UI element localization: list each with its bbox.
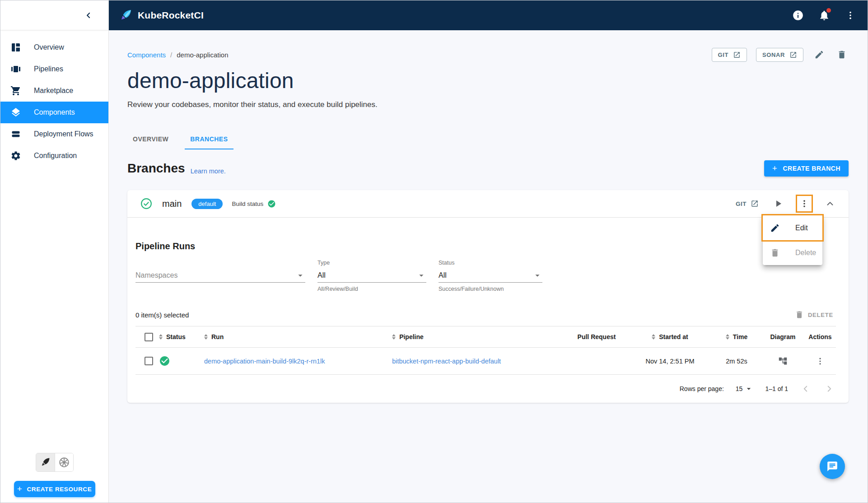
rocket-logo-icon xyxy=(119,9,132,22)
column-time[interactable]: Time xyxy=(712,333,761,340)
run-link[interactable]: demo-application-main-build-9lk2q-r-rn1l… xyxy=(204,358,325,365)
breadcrumb-separator: / xyxy=(170,51,172,59)
sidebar-item-pipelines[interactable]: Pipelines xyxy=(0,58,108,80)
column-pull-request: Pull Request xyxy=(565,333,628,340)
select-all-checkbox[interactable] xyxy=(145,333,153,341)
kebab-icon xyxy=(845,10,855,20)
delete-label: DELETE xyxy=(808,312,833,318)
overflow-menu-button[interactable] xyxy=(844,9,857,22)
brand: KubeRocketCI xyxy=(119,9,204,22)
sidebar-item-marketplace[interactable]: Marketplace xyxy=(0,80,108,102)
top-bar: KubeRocketCI xyxy=(0,0,868,30)
sidebar-item-deployment-flows[interactable]: Deployment Flows xyxy=(0,123,108,145)
rows-per-page-select[interactable]: 15 xyxy=(736,384,754,393)
dashboard-icon xyxy=(10,42,21,53)
create-resource-button[interactable]: + CREATE RESOURCE xyxy=(14,481,95,497)
pagination: Rows per page: 15 1–1 of 1 xyxy=(135,375,836,403)
tab-branches[interactable]: BRANCHES xyxy=(185,130,233,149)
sonar-link-button[interactable]: SONAR xyxy=(756,48,803,62)
create-branch-button[interactable]: + CREATE BRANCH xyxy=(764,160,849,177)
rows-per-page-label: Rows per page: xyxy=(680,385,724,392)
next-page-button[interactable] xyxy=(823,383,835,395)
row-diagram-cell xyxy=(761,354,804,368)
sidebar-item-label: Marketplace xyxy=(34,87,73,95)
branches-header-row: Branches Learn more. + CREATE BRANCH xyxy=(127,160,849,177)
rocket-icon xyxy=(40,457,51,468)
pipeline-runs-table: Status Run Pipeline Pull Request xyxy=(135,326,836,403)
sort-icon[interactable] xyxy=(204,334,208,340)
sidebar-item-components[interactable]: Components xyxy=(0,102,108,123)
type-filter: Type All All/Review/Build xyxy=(317,260,426,293)
sort-icon[interactable] xyxy=(726,334,729,340)
edit-component-button[interactable] xyxy=(812,48,826,61)
status-select[interactable]: All xyxy=(439,269,542,283)
selection-count-text: 0 item(s) selected xyxy=(135,311,189,319)
row-checkbox[interactable] xyxy=(145,357,153,365)
column-pipeline[interactable]: Pipeline xyxy=(392,333,565,340)
tabs: OVERVIEW BRANCHES xyxy=(127,130,849,149)
branch-kebab-button[interactable] xyxy=(798,196,811,211)
trash-icon xyxy=(795,310,804,319)
trigger-build-button[interactable] xyxy=(771,196,785,211)
kebab-icon xyxy=(816,357,825,366)
branch-git-link[interactable]: GIT xyxy=(736,200,759,208)
sidebar-item-label: Overview xyxy=(34,43,64,51)
menu-item-edit[interactable]: Edit xyxy=(763,215,822,240)
tab-overview[interactable]: OVERVIEW xyxy=(127,130,174,149)
info-button[interactable] xyxy=(792,9,804,22)
branches-heading: Branches xyxy=(127,161,185,176)
type-filter-label: Type xyxy=(317,260,426,269)
sidebar-item-configuration[interactable]: Configuration xyxy=(0,145,108,167)
kubernetes-view-toggle[interactable] xyxy=(55,453,73,471)
collapse-branch-button[interactable] xyxy=(823,197,837,210)
chevron-down-icon xyxy=(532,270,542,280)
rocket-view-toggle[interactable] xyxy=(36,453,55,471)
notification-badge xyxy=(826,8,831,13)
pipeline-link[interactable]: bitbucket-npm-react-app-build-default xyxy=(392,358,501,365)
chevron-down-icon xyxy=(295,270,305,280)
breadcrumb-components-link[interactable]: Components xyxy=(127,51,166,59)
sidebar-nav: Overview Pipelines Marketplace Component… xyxy=(0,30,108,167)
git-link-button[interactable]: GIT xyxy=(712,48,747,62)
pencil-icon xyxy=(814,50,824,60)
diagram-button[interactable] xyxy=(776,354,789,368)
row-actions-cell xyxy=(804,355,836,368)
sidebar-item-label: Pipelines xyxy=(34,65,63,73)
notifications-button[interactable] xyxy=(818,9,831,22)
build-status: Build status xyxy=(232,200,276,208)
success-check-icon xyxy=(159,355,170,367)
sort-icon[interactable] xyxy=(652,334,655,340)
previous-page-button[interactable] xyxy=(800,383,812,395)
row-kebab-button[interactable] xyxy=(814,355,826,368)
build-status-label: Build status xyxy=(232,200,263,207)
column-label: Started at xyxy=(659,333,688,340)
menu-edit-label: Edit xyxy=(795,224,808,232)
chevron-down-icon xyxy=(416,270,426,280)
sidebar-item-overview[interactable]: Overview xyxy=(0,37,108,58)
column-status[interactable]: Status xyxy=(159,333,204,340)
sidebar-item-label: Components xyxy=(34,108,75,116)
sidebar-item-label: Configuration xyxy=(34,152,77,160)
branch-summary-row[interactable]: main default Build status GIT xyxy=(127,190,849,217)
menu-item-delete[interactable]: Delete xyxy=(763,240,822,265)
collapse-sidebar-button[interactable] xyxy=(83,10,94,21)
learn-more-link[interactable]: Learn more. xyxy=(191,168,226,177)
trash-icon xyxy=(837,50,847,60)
sort-icon[interactable] xyxy=(159,334,163,340)
breadcrumb-current: demo-application xyxy=(177,51,228,59)
type-select[interactable]: All xyxy=(317,269,426,283)
chat-icon xyxy=(826,461,838,472)
chevron-up-icon xyxy=(825,199,835,209)
delete-selected-button[interactable]: DELETE xyxy=(792,310,836,320)
column-label: Actions xyxy=(808,333,831,340)
plus-icon: + xyxy=(772,163,778,173)
external-link-icon xyxy=(733,51,741,59)
external-link-icon xyxy=(789,51,797,59)
branch-details-panel: Pipeline Runs Namespaces Type xyxy=(127,218,849,403)
column-run[interactable]: Run xyxy=(204,333,392,340)
delete-component-button[interactable] xyxy=(835,48,849,61)
namespaces-select[interactable]: Namespaces xyxy=(135,269,305,283)
column-started-at[interactable]: Started at xyxy=(628,333,712,340)
chat-fab-button[interactable] xyxy=(820,454,845,479)
sort-icon[interactable] xyxy=(392,334,396,340)
